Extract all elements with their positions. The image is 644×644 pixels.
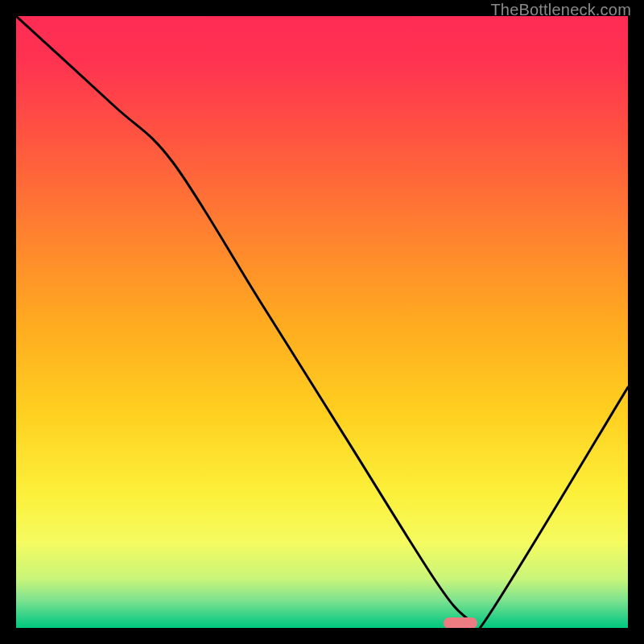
curve-layer [16,16,628,628]
optimal-zone-marker [444,617,477,628]
chart-frame: TheBottleneck.com [0,0,644,644]
plot-area [16,16,628,628]
bottleneck-curve [16,16,628,628]
